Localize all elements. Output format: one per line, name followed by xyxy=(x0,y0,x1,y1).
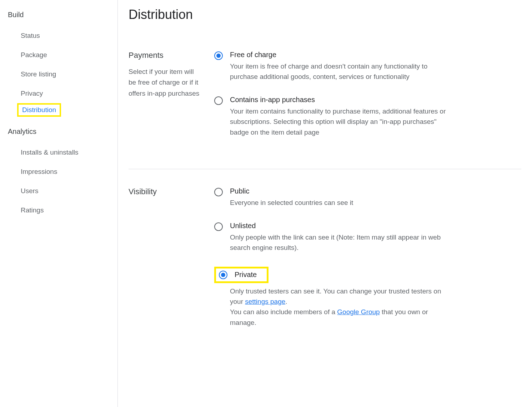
private-desc-text-2: . xyxy=(285,298,287,305)
sidebar-item-store-listing[interactable]: Store listing xyxy=(8,65,56,84)
visibility-option-public[interactable]: Public Everyone in selected countries ca… xyxy=(214,187,521,208)
visibility-option-private[interactable]: Private Only trusted testers can see it.… xyxy=(214,267,521,328)
payments-option-inapp-body: Contains in-app purchases Your item cont… xyxy=(230,96,521,137)
sidebar-item-users[interactable]: Users xyxy=(8,181,39,201)
payments-option-free[interactable]: Free of charge Your item is free of char… xyxy=(214,51,521,82)
sidebar-item-impressions[interactable]: Impressions xyxy=(8,162,57,181)
section-visibility-left: Visibility xyxy=(129,187,200,341)
visibility-option-private-highlight: Private xyxy=(214,267,268,283)
sidebar-item-installs-uninstalls[interactable]: Installs & uninstalls xyxy=(8,143,79,162)
sidebar-group-title-analytics: Analytics xyxy=(8,124,117,139)
section-payments-title: Payments xyxy=(129,51,200,60)
visibility-option-private-desc: Only trusted testers can see it. You can… xyxy=(230,286,451,328)
visibility-option-unlisted-label: Unlisted xyxy=(230,222,521,230)
sidebar-item-highlight: Distribution xyxy=(17,103,61,117)
section-visibility: Visibility Public Everyone in selected c… xyxy=(129,169,521,359)
payments-option-inapp-desc: Your item contains functionality to purc… xyxy=(230,106,451,137)
radio-payments-free[interactable] xyxy=(214,51,223,60)
visibility-option-public-desc: Everyone in selected countries can see i… xyxy=(230,197,451,208)
section-payments: Payments Select if your item will be fre… xyxy=(129,51,521,169)
settings-page-link[interactable]: settings page xyxy=(245,298,285,305)
section-payments-left: Payments Select if your item will be fre… xyxy=(129,51,200,151)
radio-visibility-public[interactable] xyxy=(214,188,223,196)
private-desc-text-3: You can also include members of a xyxy=(230,308,337,316)
sidebar-item-distribution[interactable]: Distribution xyxy=(22,106,56,114)
sidebar-items-build: Status Package Store listing Privacy Dis… xyxy=(8,22,117,124)
visibility-option-public-body: Public Everyone in selected countries ca… xyxy=(230,187,521,208)
sidebar-item-status[interactable]: Status xyxy=(8,26,40,45)
payments-option-inapp-label: Contains in-app purchases xyxy=(230,96,521,104)
sidebar-group-title-build: Build xyxy=(8,7,117,22)
visibility-option-unlisted-body: Unlisted Only people with the link can s… xyxy=(230,222,521,253)
sidebar-group-build: Build Status Package Store listing Priva… xyxy=(8,7,117,124)
payments-option-inapp[interactable]: Contains in-app purchases Your item cont… xyxy=(214,96,521,137)
sidebar-items-analytics: Installs & uninstalls Impressions Users … xyxy=(8,139,117,227)
visibility-option-private-label: Private xyxy=(235,271,257,279)
sidebar-item-privacy[interactable]: Privacy xyxy=(8,84,43,103)
visibility-option-unlisted[interactable]: Unlisted Only people with the link can s… xyxy=(214,222,521,253)
google-group-link[interactable]: Google Group xyxy=(337,308,380,316)
payments-option-free-label: Free of charge xyxy=(230,51,521,59)
radio-payments-inapp[interactable] xyxy=(214,96,223,105)
main-content: Distribution Payments Select if your ite… xyxy=(118,0,532,407)
section-payments-helper: Select if your item will be free of char… xyxy=(129,66,200,99)
payments-option-free-body: Free of charge Your item is free of char… xyxy=(230,51,521,82)
sidebar-group-analytics: Analytics Installs & uninstalls Impressi… xyxy=(8,124,117,227)
sidebar-item-ratings[interactable]: Ratings xyxy=(8,201,44,220)
section-visibility-title: Visibility xyxy=(129,187,200,196)
sidebar: Build Status Package Store listing Priva… xyxy=(0,0,118,407)
radio-visibility-unlisted[interactable] xyxy=(214,222,223,231)
visibility-option-public-label: Public xyxy=(230,187,521,195)
radio-visibility-private[interactable] xyxy=(219,271,227,279)
visibility-option-unlisted-desc: Only people with the link can see it (No… xyxy=(230,232,451,253)
payments-option-free-desc: Your item is free of charge and doesn't … xyxy=(230,61,451,82)
page-title: Distribution xyxy=(129,7,521,22)
section-visibility-options: Public Everyone in selected countries ca… xyxy=(214,187,521,341)
sidebar-item-package[interactable]: Package xyxy=(8,45,47,65)
section-payments-options: Free of charge Your item is free of char… xyxy=(214,51,521,151)
